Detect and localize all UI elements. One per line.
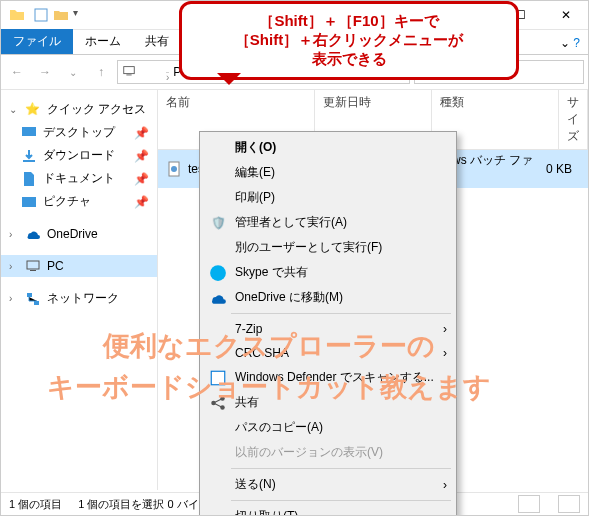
navigation-pane: ⌄⭐クイック アクセス デスクトップ📌 ダウンロード📌 ドキュメント📌 ピクチャ… <box>1 90 158 490</box>
pictures-icon <box>21 194 37 210</box>
menu-onedrive-move[interactable]: OneDrive に移動(M) <box>203 285 453 310</box>
recent-dropdown[interactable]: ⌄ <box>61 60 85 84</box>
col-size[interactable]: サイズ <box>559 90 588 149</box>
svg-rect-13 <box>211 371 225 385</box>
menu-defender[interactable]: Windows Defender でスキャンする... <box>203 365 453 390</box>
svg-rect-2 <box>126 74 131 75</box>
svg-rect-4 <box>23 160 35 162</box>
close-button[interactable]: ✕ <box>543 1 588 29</box>
ribbon-expand-icon[interactable]: ⌄ ? <box>552 32 588 54</box>
context-menu: 開く(O) 編集(E) 印刷(P) 🛡️管理者として実行(A) 別のユーザーとし… <box>199 131 457 516</box>
menu-skype[interactable]: Skype で共有 <box>203 260 453 285</box>
thumbnails-view-button[interactable] <box>558 495 580 513</box>
pc-icon <box>25 258 41 274</box>
menu-send-to[interactable]: 送る(N)› <box>203 472 453 497</box>
svg-rect-1 <box>124 66 135 73</box>
svg-point-16 <box>220 405 225 410</box>
nav-downloads[interactable]: ダウンロード📌 <box>1 144 157 167</box>
file-size: 0 KB <box>536 162 580 176</box>
desktop-icon <box>21 125 37 141</box>
menu-previous-versions[interactable]: 以前のバージョンの表示(V) <box>203 440 453 465</box>
nav-documents[interactable]: ドキュメント📌 <box>1 167 157 190</box>
menu-print[interactable]: 印刷(P) <box>203 185 453 210</box>
menu-share[interactable]: 共有 <box>203 390 453 415</box>
svg-point-12 <box>210 265 226 281</box>
forward-button[interactable]: → <box>33 60 57 84</box>
menu-cut[interactable]: 切り取り(T) <box>203 504 453 516</box>
tab-home[interactable]: ホーム <box>73 29 133 54</box>
download-icon <box>21 148 37 164</box>
pin-icon: 📌 <box>134 126 149 140</box>
quick-access-toolbar: ▾ <box>33 7 89 23</box>
menu-runas-admin[interactable]: 🛡️管理者として実行(A) <box>203 210 453 235</box>
chevron-right-icon: › <box>443 478 447 492</box>
svg-rect-3 <box>22 127 36 136</box>
menu-7zip[interactable]: 7-Zip› <box>203 317 453 341</box>
pin-icon: 📌 <box>134 172 149 186</box>
qat-dropdown-icon[interactable]: ▾ <box>73 7 89 23</box>
selection-info: 1 個の項目を選択 0 バイト <box>78 497 209 512</box>
document-icon <box>21 171 37 187</box>
menu-edit[interactable]: 編集(E) <box>203 160 453 185</box>
pin-icon: 📌 <box>134 195 149 209</box>
chevron-right-icon: › <box>443 346 447 360</box>
nav-onedrive[interactable]: ›OneDrive <box>1 223 157 245</box>
svg-point-14 <box>211 400 216 405</box>
chevron-right-icon: › <box>443 322 447 336</box>
pin-icon: 📌 <box>134 149 149 163</box>
share-icon <box>209 395 227 411</box>
menu-copy-path[interactable]: パスのコピー(A) <box>203 415 453 440</box>
network-icon <box>25 291 41 307</box>
svg-rect-5 <box>22 197 36 207</box>
onedrive-icon <box>25 226 41 242</box>
up-button[interactable]: ↑ <box>89 60 113 84</box>
menu-open[interactable]: 開く(O) <box>203 135 453 160</box>
nav-pc[interactable]: ›PC <box>1 255 157 277</box>
chevron-right-icon: › <box>166 72 169 73</box>
shield-icon: 🛡️ <box>209 215 227 231</box>
nav-desktop[interactable]: デスクトップ📌 <box>1 121 157 144</box>
folder-icon <box>9 7 25 23</box>
details-view-button[interactable] <box>518 495 540 513</box>
onedrive-icon <box>209 290 227 306</box>
pc-icon <box>122 64 136 81</box>
menu-runas-user[interactable]: 別のユーザーとして実行(F) <box>203 235 453 260</box>
svg-point-11 <box>171 166 177 172</box>
nav-quick-access[interactable]: ⌄⭐クイック アクセス <box>1 98 157 121</box>
defender-icon <box>209 370 227 386</box>
menu-crc-sha[interactable]: CRC SHA› <box>203 341 453 365</box>
svg-rect-7 <box>30 270 36 271</box>
tab-share[interactable]: 共有 <box>133 29 181 54</box>
annotation-callout: ［Shift］＋［F10］キーで ［Shift］＋右クリックメニューが 表示でき… <box>179 1 519 80</box>
svg-rect-6 <box>27 261 39 269</box>
item-count: 1 個の項目 <box>9 497 62 512</box>
properties-icon[interactable] <box>33 7 49 23</box>
new-folder-icon[interactable] <box>53 7 69 23</box>
nav-pictures[interactable]: ピクチャ📌 <box>1 190 157 213</box>
svg-rect-9 <box>34 301 39 305</box>
bat-file-icon <box>166 161 182 177</box>
skype-icon <box>209 265 227 281</box>
back-button[interactable]: ← <box>5 60 29 84</box>
svg-point-15 <box>220 396 225 401</box>
tab-file[interactable]: ファイル <box>1 29 73 54</box>
star-icon: ⭐ <box>25 102 41 118</box>
svg-rect-8 <box>27 293 32 297</box>
nav-network[interactable]: ›ネットワーク <box>1 287 157 310</box>
svg-rect-0 <box>35 9 47 21</box>
